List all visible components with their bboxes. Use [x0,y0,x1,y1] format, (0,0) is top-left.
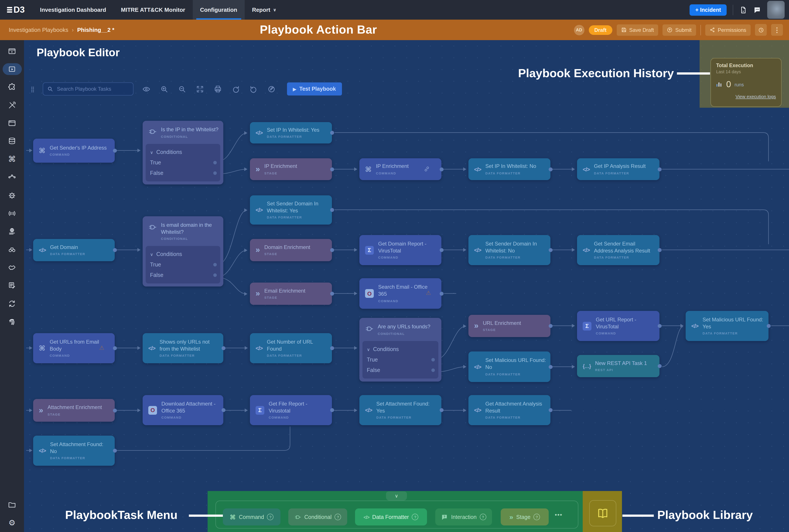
fit-to-screen-icon[interactable] [195,85,204,93]
output-port[interactable] [330,167,334,171]
output-port[interactable] [431,358,435,361]
output-port[interactable] [440,408,444,412]
sidebar-item-web-intake[interactable] [2,226,22,238]
sidebar-item-collaboration-handshake[interactable] [2,262,22,273]
task-node[interactable]: »Domain EnrichmentSTAGE [250,239,332,261]
undo-icon[interactable] [249,85,258,93]
help-icon[interactable]: ? [533,514,540,520]
output-port[interactable] [330,248,334,252]
task-node[interactable]: »IP EnrichmentSTAGE [250,158,332,180]
task-node[interactable]: »Attachment EnrichmentSTAGE [33,399,115,422]
output-port[interactable] [549,365,552,369]
task-node[interactable]: ΣGet URL Report - VirusTotalCOMMAND [577,311,659,341]
sidebar-item-workflow-graph[interactable] [2,171,22,183]
sidebar-item-file-management[interactable] [2,499,22,511]
help-icon[interactable]: ? [412,514,418,520]
help-icon[interactable]: ? [335,514,341,520]
sidebar-item-investigation-binoculars[interactable] [2,244,22,255]
sidebar-item-sync-arrows[interactable] [2,298,22,310]
sidebar-item-integrations[interactable] [2,81,22,93]
task-node[interactable]: </>Set IP In Whitelist: YesDATA FORMATTE… [250,122,332,144]
condition-false[interactable]: False [367,365,434,376]
breadcrumb-parent[interactable]: Investigation Playbooks [9,26,68,33]
task-node[interactable]: </>Get IP Analysis ResultDATA FORMATTER [577,158,659,180]
task-node[interactable]: </>Set IP In Whitelist: NoDATA FORMATTER [468,158,550,180]
collaborator-avatar[interactable]: AD [574,25,584,35]
task-menu-stage-button[interactable]: »Stage? [501,509,549,526]
history-clock-button[interactable] [755,24,767,36]
output-port[interactable] [113,346,117,350]
sidebar-item-data-sources[interactable] [2,135,22,147]
task-node[interactable]: </>Shows only URLs not from the Whitelis… [143,333,223,363]
output-port[interactable] [213,171,217,175]
task-node[interactable]: </>Set Sender Domain In Whitelist: NoDAT… [468,235,550,265]
sidebar-item-ui-window[interactable] [2,117,22,129]
output-port[interactable] [440,248,444,252]
zoom-in-icon[interactable] [160,85,168,93]
output-port[interactable] [222,408,225,412]
output-port[interactable] [330,131,334,135]
output-port[interactable] [213,273,217,277]
output-port[interactable] [113,149,117,153]
task-node[interactable]: </>Get Sender Email Address Analysis Res… [577,235,659,265]
kebab-menu-button[interactable]: ⋮ [771,24,783,36]
conditions-header[interactable]: ∨Conditions [150,147,216,157]
d3-logo[interactable]: D3 [0,0,33,20]
output-port[interactable] [213,263,217,266]
sidebar-item-fingerprint[interactable] [2,316,22,327]
output-port[interactable] [549,324,552,328]
task-node[interactable]: ODownload Attachment - Office 365COMMAND [143,395,223,425]
help-icon[interactable]: ? [267,514,274,520]
search-input-wrap[interactable] [42,82,133,95]
drag-handle[interactable]: ⣿ [31,86,34,92]
chat-icon[interactable] [753,6,761,14]
nav-item-report[interactable]: Report∨ [245,0,284,20]
output-port[interactable] [440,291,444,296]
output-port[interactable] [658,248,662,252]
task-node[interactable]: »Email EnrichmentSTAGE [250,283,332,305]
task-node[interactable]: Is email domain in the Whitelist?CONDITI… [143,216,223,286]
sidebar-item-playbook-editor[interactable] [2,63,22,75]
sidebar-item-api-gear[interactable]: API [2,189,22,201]
output-port[interactable] [549,408,552,412]
task-node[interactable]: ⌘Get Sender's IP AddressCOMMAND [33,139,115,163]
output-port[interactable] [330,408,334,412]
output-port[interactable] [767,324,771,328]
output-port[interactable] [658,167,662,171]
output-port[interactable] [213,161,217,165]
task-node[interactable]: Is the IP in the Whitelist?CONDITIONAL∨C… [143,121,223,185]
task-menu-data-formatter-button[interactable]: </>Data Formatter? [355,509,427,526]
sidebar-item-playbook-monitor[interactable] [2,45,22,57]
more-tasks-button[interactable]: ••• [555,511,562,518]
output-port[interactable] [113,449,117,453]
task-node[interactable]: Are any URLs founds?CONDITIONAL∨Conditio… [359,318,442,382]
task-node[interactable]: </>Set Malicious URL Found: YesDATA FORM… [685,311,769,341]
output-port[interactable] [222,346,225,350]
condition-false[interactable]: False [150,168,216,178]
task-node[interactable]: ⌘IP EnrichmentCOMMAND [359,158,442,180]
sidebar-item-form-editor[interactable] [2,280,22,291]
output-port[interactable] [440,167,444,171]
output-port[interactable] [658,364,662,368]
output-port[interactable] [113,248,117,252]
execution-history-panel[interactable]: Total Execution Last 14 days 0 runs View… [711,58,782,107]
sidebar-item-command-center[interactable]: ⌘ [2,153,22,165]
task-node[interactable]: </>Set Sender Domain In Whitelist: YesDA… [250,195,332,225]
task-node[interactable]: »URL EnrichmentSTAGE [468,315,550,337]
test-playbook-button[interactable]: ▶ Test Playbook [287,82,342,95]
output-port[interactable] [330,292,334,296]
task-node[interactable]: {…}New REST API Task 1REST API [577,355,659,377]
conditions-header[interactable]: ∨Conditions [367,344,434,355]
task-node[interactable]: </>Set Attachment Found: YesDATA FORMATT… [359,395,442,425]
permissions-button[interactable]: Permissions [705,24,751,36]
auto-layout-icon[interactable] [267,85,276,93]
conditions-header[interactable]: ∨Conditions [150,249,216,260]
task-node[interactable]: </>Get Attachment Analysis ResultDATA FO… [468,395,550,425]
zoom-out-icon[interactable] [178,85,186,93]
task-node[interactable]: ΣGet Domain Report - VirusTotalCOMMAND [359,235,442,265]
task-menu-conditional-button[interactable]: Conditional? [288,509,347,526]
nav-item-mitre-att-ck-monitor[interactable]: MITRE ATT&CK Monitor [114,0,193,20]
task-node[interactable]: ΣGet File Report - VirustotalCOMMAND [250,395,332,425]
collapse-chevron-icon[interactable]: ∨ [386,491,407,500]
document-info-icon[interactable] [739,6,747,14]
